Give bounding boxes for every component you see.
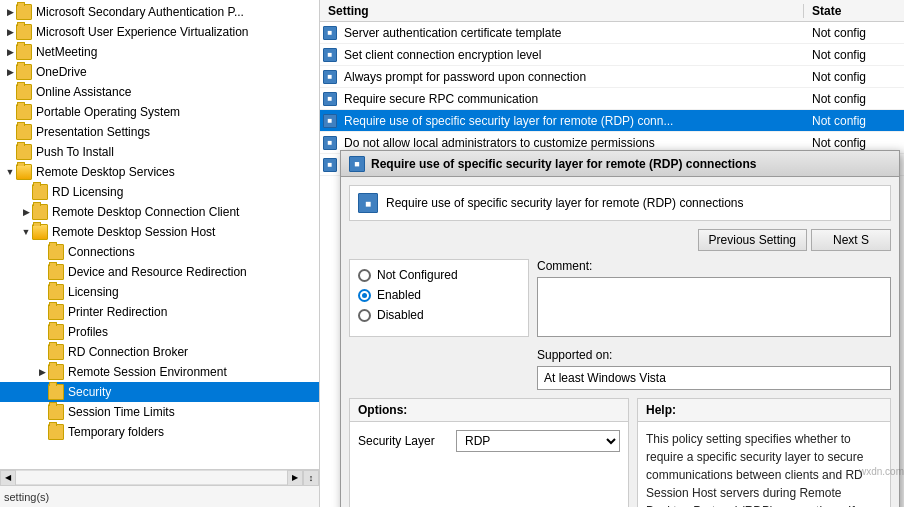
expand-arrow-remote-desktop-session-host[interactable] xyxy=(20,226,32,238)
supported-label: Supported on: xyxy=(537,348,891,362)
main-container: Microsoft Secondary Authentication P...M… xyxy=(0,0,904,507)
expand-arrow-online-assistance[interactable] xyxy=(4,86,16,98)
folder-icon-temporary-folders xyxy=(48,424,64,440)
security-layer-select[interactable]: RDPNegotiateSSL (TLS 1.0) xyxy=(456,430,620,452)
expand-arrow-rd-licensing[interactable] xyxy=(20,186,32,198)
settings-row-r3[interactable]: ■Always prompt for password upon connect… xyxy=(320,66,904,88)
expand-arrow-push-to-install[interactable] xyxy=(4,146,16,158)
dialog-content: ■ Require use of specific security layer… xyxy=(341,177,899,507)
tree-label-netmeeting: NetMeeting xyxy=(36,45,97,59)
folder-icon-presentation-settings xyxy=(16,124,32,140)
settings-row-r5[interactable]: ■Require use of specific security layer … xyxy=(320,110,904,132)
scroll-left-btn[interactable]: ◀ xyxy=(0,470,16,486)
tree-item-remote-desktop-services[interactable]: Remote Desktop Services xyxy=(0,162,319,182)
tree-item-portable-os[interactable]: Portable Operating System xyxy=(0,102,319,122)
radio-not-configured-input[interactable] xyxy=(358,269,371,282)
scroll-right-btn[interactable]: ▶ xyxy=(287,470,303,486)
settings-row-r1[interactable]: ■Server authentication certificate templ… xyxy=(320,22,904,44)
supported-section: Supported on: At least Windows Vista xyxy=(537,348,891,390)
tree-item-licensing[interactable]: Licensing xyxy=(0,282,319,302)
settings-row-text-r5: Require use of specific security layer f… xyxy=(340,114,804,128)
expand-arrow-netmeeting[interactable] xyxy=(4,46,16,58)
expand-arrow-profiles[interactable] xyxy=(36,326,48,338)
expand-arrow-remote-desktop-services[interactable] xyxy=(4,166,16,178)
tree-label-remote-desktop-session-host: Remote Desktop Session Host xyxy=(52,225,215,239)
radio-disabled[interactable]: Disabled xyxy=(358,308,520,322)
tree-item-connections[interactable]: Connections xyxy=(0,242,319,262)
tree-item-device-resource-redir[interactable]: Device and Resource Redirection xyxy=(0,262,319,282)
expand-arrow-presentation-settings[interactable] xyxy=(4,126,16,138)
tree-label-temporary-folders: Temporary folders xyxy=(68,425,164,439)
radio-group: Not Configured Enabled Disabled xyxy=(349,259,529,337)
policy-icon-r7: ■ xyxy=(320,158,340,172)
tree-item-ms-user-exp-virt[interactable]: Microsoft User Experience Virtualization xyxy=(0,22,319,42)
tree-item-remote-desktop-connection-client[interactable]: Remote Desktop Connection Client xyxy=(0,202,319,222)
setting-desc-text: Require use of specific security layer f… xyxy=(386,196,882,210)
horizontal-scrollbar[interactable]: ◀ ▶ ↕ xyxy=(0,469,319,485)
tree-item-security[interactable]: Security xyxy=(0,382,319,402)
folder-icon-microsoft-secondary xyxy=(16,4,32,20)
expand-arrow-onedrive[interactable] xyxy=(4,66,16,78)
tree-item-temporary-folders[interactable]: Temporary folders xyxy=(0,422,319,442)
expand-arrow-licensing[interactable] xyxy=(36,286,48,298)
tree-item-presentation-settings[interactable]: Presentation Settings xyxy=(0,122,319,142)
tree-item-printer-redirection[interactable]: Printer Redirection xyxy=(0,302,319,322)
expand-arrow-ms-user-exp-virt[interactable] xyxy=(4,26,16,38)
dialog-titlebar: ■ Require use of specific security layer… xyxy=(341,151,899,177)
tree-label-device-resource-redir: Device and Resource Redirection xyxy=(68,265,247,279)
folder-icon-onedrive xyxy=(16,64,32,80)
policy-icon-r5: ■ xyxy=(320,114,340,128)
expand-arrow-portable-os[interactable] xyxy=(4,106,16,118)
tree-label-profiles: Profiles xyxy=(68,325,108,339)
comment-textarea[interactable] xyxy=(537,277,891,337)
expand-arrow-device-resource-redir[interactable] xyxy=(36,266,48,278)
tree-item-profiles[interactable]: Profiles xyxy=(0,322,319,342)
folder-icon-remote-desktop-connection-client xyxy=(32,204,48,220)
scroll-track[interactable] xyxy=(16,470,287,485)
folder-icon-online-assistance xyxy=(16,84,32,100)
expand-btn[interactable]: ↕ xyxy=(303,470,319,486)
left-panel: Microsoft Secondary Authentication P...M… xyxy=(0,0,320,507)
policy-dialog: ■ Require use of specific security layer… xyxy=(340,150,900,507)
expand-arrow-temporary-folders[interactable] xyxy=(36,426,48,438)
tree-item-remote-desktop-session-host[interactable]: Remote Desktop Session Host xyxy=(0,222,319,242)
next-setting-button[interactable]: Next S xyxy=(811,229,891,251)
tree-item-microsoft-secondary[interactable]: Microsoft Secondary Authentication P... xyxy=(0,2,319,22)
tree-label-printer-redirection: Printer Redirection xyxy=(68,305,167,319)
folder-icon-remote-desktop-services xyxy=(16,164,32,180)
radio-not-configured[interactable]: Not Configured xyxy=(358,268,520,282)
tree-label-rd-connection-broker: RD Connection Broker xyxy=(68,345,188,359)
radio-disabled-input[interactable] xyxy=(358,309,371,322)
dialog-title-text: Require use of specific security layer f… xyxy=(371,157,891,171)
tree-item-remote-session-environment[interactable]: Remote Session Environment xyxy=(0,362,319,382)
settings-row-text-r6: Do not allow local administrators to cus… xyxy=(340,136,804,150)
expand-arrow-rd-connection-broker[interactable] xyxy=(36,346,48,358)
expand-arrow-remote-session-environment[interactable] xyxy=(36,366,48,378)
tree-item-onedrive[interactable]: OneDrive xyxy=(0,62,319,82)
expand-arrow-session-time-limits[interactable] xyxy=(36,406,48,418)
settings-row-r2[interactable]: ■Set client connection encryption levelN… xyxy=(320,44,904,66)
tree-label-onedrive: OneDrive xyxy=(36,65,87,79)
tree-label-presentation-settings: Presentation Settings xyxy=(36,125,150,139)
tree-label-remote-session-environment: Remote Session Environment xyxy=(68,365,227,379)
tree-item-session-time-limits[interactable]: Session Time Limits xyxy=(0,402,319,422)
expand-arrow-printer-redirection[interactable] xyxy=(36,306,48,318)
prev-setting-button[interactable]: Previous Setting xyxy=(698,229,807,251)
radio-enabled[interactable]: Enabled xyxy=(358,288,520,302)
policy-icon-r1: ■ xyxy=(320,26,340,40)
expand-arrow-microsoft-secondary[interactable] xyxy=(4,6,16,18)
tree-item-push-to-install[interactable]: Push To Install xyxy=(0,142,319,162)
tree-item-rd-connection-broker[interactable]: RD Connection Broker xyxy=(0,342,319,362)
expand-arrow-connections[interactable] xyxy=(36,246,48,258)
tree-area: Microsoft Secondary Authentication P...M… xyxy=(0,0,319,469)
expand-arrow-remote-desktop-connection-client[interactable] xyxy=(20,206,32,218)
tree-label-remote-desktop-services: Remote Desktop Services xyxy=(36,165,175,179)
radio-enabled-input[interactable] xyxy=(358,289,371,302)
tree-item-rd-licensing[interactable]: RD Licensing xyxy=(0,182,319,202)
settings-row-r4[interactable]: ■Require secure RPC communicationNot con… xyxy=(320,88,904,110)
help-header: Help: xyxy=(638,399,890,422)
expand-arrow-security[interactable] xyxy=(36,386,48,398)
tree-item-online-assistance[interactable]: Online Assistance xyxy=(0,82,319,102)
dialog-left: Not Configured Enabled Disabled xyxy=(349,259,529,390)
tree-item-netmeeting[interactable]: NetMeeting xyxy=(0,42,319,62)
